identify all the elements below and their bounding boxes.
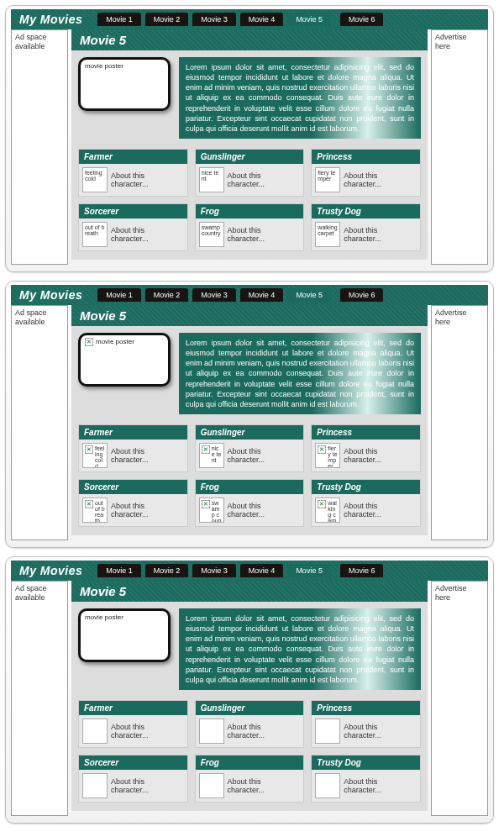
character-card[interactable]: Farmerfeeling coldAbout this character..… [78, 424, 188, 472]
character-name: Princess [312, 701, 420, 715]
character-card[interactable]: Farmerfeeling coldAbout this character..… [78, 700, 188, 748]
character-blurb: About this character... [111, 777, 184, 794]
character-thumb: swamp country [199, 222, 224, 247]
thumb-alt-text: swamp country [202, 224, 222, 236]
tab-movie-2[interactable]: Movie 2 [145, 13, 189, 26]
character-card[interactable]: Frogswamp countryAbout this character... [195, 755, 305, 803]
character-grid: Farmerfeeling coldAbout this character..… [71, 421, 428, 530]
right-ad-slot: Advertise here [431, 29, 488, 265]
character-thumb: nice tent [199, 719, 224, 744]
tab-movie-4[interactable]: Movie 4 [240, 288, 284, 302]
character-card[interactable]: Gunslingernice tentAbout this character.… [195, 700, 305, 748]
character-thumb: walking carpet [315, 773, 340, 798]
tab-movie-3[interactable]: Movie 3 [192, 564, 236, 577]
character-grid: Farmerfeeling coldAbout this character..… [71, 697, 428, 806]
tab-movie-6[interactable]: Movie 6 [340, 564, 384, 577]
broken-image-icon [85, 338, 93, 346]
character-card[interactable]: Farmerfeeling coldAbout this character..… [78, 149, 188, 197]
character-blurb: About this character... [111, 447, 184, 464]
character-name: Frog [196, 755, 304, 770]
tab-movie-5[interactable]: Movie 5 [287, 13, 331, 26]
character-name: Farmer [79, 425, 187, 440]
character-name: Gunslinger [196, 150, 304, 164]
character-card[interactable]: Trusty Dogwalking carpetAbout this chara… [311, 479, 421, 527]
character-blurb: About this character... [344, 171, 417, 188]
character-blurb: About this character... [111, 226, 184, 243]
tab-movie-1[interactable]: Movie 1 [97, 564, 141, 577]
character-name: Sorcerer [79, 204, 187, 218]
character-thumb: fiery temper [315, 167, 340, 192]
character-name: Gunslinger [196, 701, 304, 715]
tab-movie-5[interactable]: Movie 5 [287, 288, 331, 302]
right-ad-slot: Advertise here [431, 581, 488, 816]
character-thumb: fiery temper [315, 443, 340, 468]
character-thumb: feeling cold [82, 167, 108, 192]
character-blurb: About this character... [344, 777, 417, 794]
character-blurb: About this character... [228, 171, 301, 188]
character-card[interactable]: Trusty Dogwalking carpetAbout this chara… [311, 203, 421, 251]
poster-alt-text: movie poster [96, 338, 134, 345]
movie-poster: movie poster [78, 333, 171, 387]
left-ad-slot: Ad space available [11, 29, 68, 265]
character-card[interactable]: Sorcererout of breathAbout this characte… [78, 479, 188, 527]
tab-movie-3[interactable]: Movie 3 [192, 288, 236, 302]
character-card[interactable]: Gunslingernice tentAbout this character.… [195, 424, 305, 472]
tab-movie-5[interactable]: Movie 5 [287, 564, 331, 577]
broken-image-icon [85, 500, 93, 508]
character-thumb: nice tent [199, 443, 224, 468]
broken-image-icon [318, 500, 326, 508]
character-name: Sorcerer [79, 755, 187, 770]
character-name: Farmer [79, 701, 187, 715]
character-card[interactable]: Princessfiery temperAbout this character… [311, 149, 421, 197]
character-name: Princess [312, 150, 420, 164]
character-card[interactable]: Frogswamp countryAbout this character... [195, 479, 305, 527]
tab-movie-2[interactable]: Movie 2 [145, 564, 189, 577]
page-heading: Movie 5 [71, 305, 428, 326]
tab-movie-2[interactable]: Movie 2 [145, 288, 189, 302]
poster-alt-text: movie poster [85, 62, 123, 70]
site-title: My Movies [16, 288, 86, 302]
character-thumb: walking carpet [315, 222, 340, 247]
character-name: Princess [312, 425, 420, 440]
character-card[interactable]: Princessfiery temperAbout this character… [311, 424, 421, 472]
character-card[interactable]: Sorcererout of breathAbout this characte… [78, 203, 188, 251]
tab-movie-4[interactable]: Movie 4 [240, 13, 284, 26]
character-grid: Farmerfeeling coldAbout this character..… [71, 145, 428, 255]
topbar: My MoviesMovie 1Movie 2Movie 3Movie 4Mov… [11, 9, 488, 29]
broken-image-icon [202, 500, 210, 508]
character-name: Trusty Dog [312, 755, 420, 770]
character-blurb: About this character... [228, 502, 301, 519]
movie-description: Lorem ipsum dolor sit amet, consectetur … [179, 57, 421, 139]
poster-alt-text: movie poster [85, 613, 123, 621]
movie-description: Lorem ipsum dolor sit amet, consectetur … [179, 608, 421, 690]
tab-movie-1[interactable]: Movie 1 [97, 13, 141, 26]
left-ad-slot: Ad space available [11, 581, 68, 816]
character-card[interactable]: Sorcererout of breathAbout this characte… [78, 755, 188, 803]
tab-movie-3[interactable]: Movie 3 [192, 13, 236, 26]
thumb-alt-text: swamp country [212, 500, 222, 523]
character-blurb: About this character... [344, 447, 417, 464]
main-content: Movie 5movie posterLorem ipsum dolor sit… [71, 305, 428, 535]
character-blurb: About this character... [111, 171, 184, 188]
character-card[interactable]: Gunslingernice tentAbout this character.… [195, 149, 305, 197]
tab-movie-1[interactable]: Movie 1 [97, 288, 141, 302]
character-blurb: About this character... [228, 777, 301, 794]
thumb-alt-text: feeling cold [95, 445, 105, 468]
character-card[interactable]: Trusty Dogwalking carpetAbout this chara… [311, 755, 421, 803]
movie-poster: movie poster [78, 57, 171, 111]
right-ad-slot: Advertise here [431, 305, 488, 540]
broken-image-icon [202, 445, 210, 454]
character-thumb: swamp country [199, 497, 224, 523]
character-blurb: About this character... [228, 723, 301, 740]
tab-movie-4[interactable]: Movie 4 [240, 564, 284, 577]
tab-movie-6[interactable]: Movie 6 [340, 288, 384, 302]
character-card[interactable]: Princessfiery temperAbout this character… [311, 700, 421, 748]
character-card[interactable]: Frogswamp countryAbout this character... [195, 203, 305, 251]
topbar: My MoviesMovie 1Movie 2Movie 3Movie 4Mov… [11, 285, 488, 305]
character-thumb: out of breath [82, 497, 108, 523]
tab-movie-6[interactable]: Movie 6 [340, 13, 384, 26]
site-title: My Movies [16, 13, 86, 26]
page-heading: Movie 5 [71, 581, 428, 602]
tab-strip: Movie 1Movie 2Movie 3Movie 4Movie 5Movie… [97, 564, 483, 577]
character-thumb: swamp country [199, 773, 224, 798]
